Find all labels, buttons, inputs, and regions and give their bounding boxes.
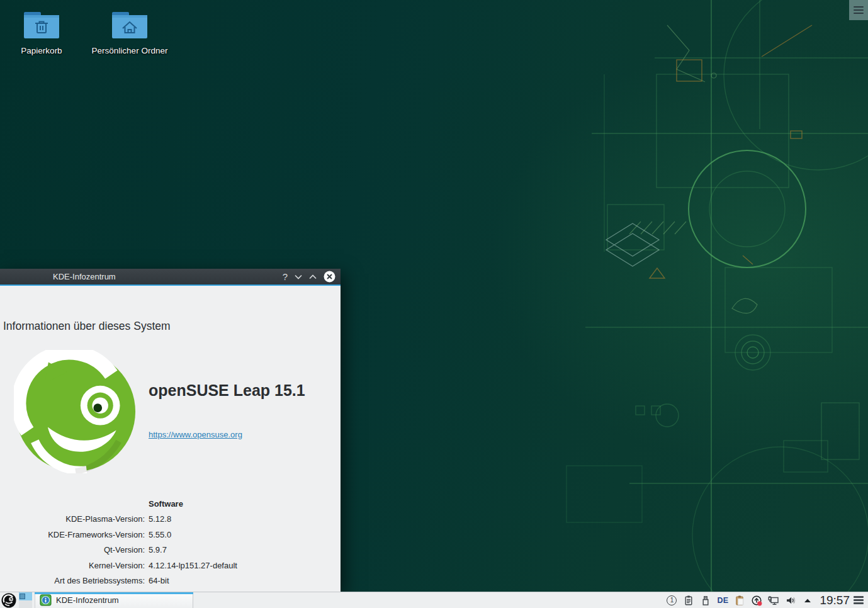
help-button[interactable]: ? <box>283 272 288 281</box>
trash-folder-icon <box>22 9 61 42</box>
distro-name: openSUSE Leap 15.1 <box>149 381 305 400</box>
application-launcher-button[interactable] <box>1 593 16 608</box>
panel-menu-button[interactable] <box>854 595 864 606</box>
window-content: Informationen über dieses System openSUS… <box>0 286 341 592</box>
row-value: 5.55.0 <box>149 530 171 539</box>
row-value: 5.9.7 <box>149 545 167 555</box>
close-button[interactable] <box>324 271 335 283</box>
table-row: KDE-Frameworks-Version: 5.55.0 <box>0 527 341 543</box>
row-label: Kernel-Version: <box>0 561 145 570</box>
desktop-toolbox-button[interactable] <box>849 0 868 20</box>
network-icon[interactable] <box>768 595 779 606</box>
pager-desktop-2[interactable] <box>19 600 32 608</box>
window-titlebar[interactable]: KDE-Infozentrum ? <box>0 269 341 286</box>
clipboard-icon[interactable] <box>683 595 694 606</box>
kde-infocenter-window: KDE-Infozentrum ? <box>0 269 341 592</box>
distro-link[interactable]: https://www.opensuse.org <box>149 430 242 439</box>
chevron-up-icon <box>309 274 317 279</box>
taskbar-panel: KDE-Infozentrum 1 <box>0 592 868 608</box>
row-value: 4.12.14-lp151.27-default <box>149 561 237 570</box>
row-value: 5.12.8 <box>149 514 171 524</box>
opensuse-geeko-logo <box>14 350 137 473</box>
software-info-table: Software KDE-Plasma-Version: 5.12.8 KDE-… <box>0 496 341 588</box>
table-row: Art des Betriebssystems: 64-bit <box>0 573 341 589</box>
desktop-icon-label: Persönlicher Ordner <box>92 46 168 55</box>
titlebar-buttons: ? <box>283 269 335 284</box>
close-icon <box>324 271 335 283</box>
row-label: Qt-Version: <box>0 545 145 555</box>
desktop-icon-home[interactable]: Persönlicher Ordner <box>88 9 171 55</box>
updates-available-icon[interactable] <box>751 595 762 606</box>
info-icon <box>40 594 52 606</box>
digital-clock[interactable]: 19:57 <box>820 594 850 607</box>
table-row: Kernel-Version: 4.12.14-lp151.27-default <box>0 558 341 573</box>
chevron-down-icon <box>295 274 302 279</box>
help-icon: ? <box>283 272 288 281</box>
table-row: KDE-Plasma-Version: 5.12.8 <box>0 512 341 527</box>
row-label: Art des Betriebssystems: <box>0 576 145 585</box>
software-section-header: Software <box>0 496 341 512</box>
maximize-button[interactable] <box>309 274 317 279</box>
virtual-desktop-pager[interactable] <box>19 592 32 608</box>
paste-clipboard-icon[interactable] <box>734 595 745 606</box>
row-value: 64-bit <box>149 576 169 585</box>
task-label: KDE-Infozentrum <box>56 595 119 605</box>
page-title: Informationen über dieses System <box>3 320 171 333</box>
volume-icon[interactable] <box>785 595 796 606</box>
desktop-icon-label: Papierkorb <box>21 46 62 55</box>
pager-desktop-1[interactable] <box>19 592 32 600</box>
expand-tray-icon[interactable] <box>802 595 813 606</box>
task-button-infocenter[interactable]: KDE-Infozentrum <box>35 592 193 608</box>
row-label: KDE-Frameworks-Version: <box>0 530 145 539</box>
system-tray: 1 DE <box>666 595 813 606</box>
keyboard-layout-indicator[interactable]: DE <box>717 596 728 605</box>
desktop-icon-trash[interactable]: Papierkorb <box>4 9 79 55</box>
window-title: KDE-Infozentrum <box>53 272 116 281</box>
pager-window-rect <box>20 594 25 599</box>
table-row: Qt-Version: 5.9.7 <box>0 543 341 558</box>
row-label: KDE-Plasma-Version: <box>0 514 145 524</box>
usb-device-icon[interactable] <box>700 595 711 606</box>
home-folder-icon <box>110 9 149 42</box>
minimize-button[interactable] <box>295 274 302 279</box>
notifications-icon[interactable]: 1 <box>666 595 677 606</box>
hamburger-icon <box>854 4 864 16</box>
